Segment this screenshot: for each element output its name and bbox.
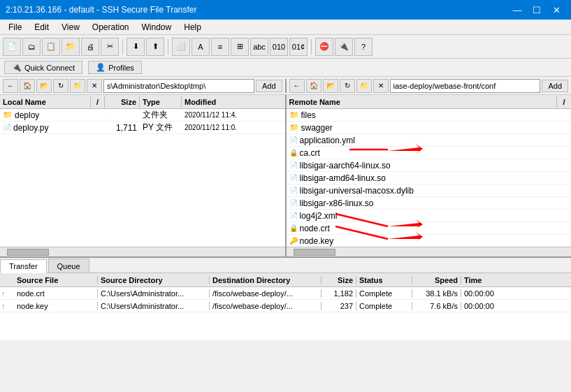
right-file-list: 📁files 📁swagger 📄application.yml 🔒ca.crt bbox=[287, 109, 572, 247]
tab-transfer[interactable]: Transfer bbox=[0, 259, 47, 273]
right-delete-btn[interactable]: ✕ bbox=[373, 79, 389, 93]
connect-icon: 🔌 bbox=[12, 63, 22, 72]
window-title: 2:10.21.36.166 - default - SSH Secure Fi… bbox=[6, 5, 196, 15]
table-row[interactable]: 📄libsigar-universal-macosx.dylib bbox=[287, 184, 572, 197]
toolbar-btn-7[interactable]: ⬇ bbox=[127, 38, 145, 56]
left-pane-header: Local Name / Size Type Modified bbox=[0, 95, 285, 109]
table-row[interactable]: 🔒node.crt bbox=[287, 222, 572, 235]
left-up-btn[interactable]: 📂 bbox=[36, 79, 52, 93]
col-size[interactable]: Size bbox=[321, 276, 356, 284]
local-name-header[interactable]: Local Name bbox=[0, 96, 91, 108]
menu-window[interactable]: Window bbox=[136, 21, 178, 34]
left-file-name-deploy: 📁deploy bbox=[0, 110, 91, 121]
col-speed[interactable]: Speed bbox=[412, 276, 461, 284]
local-slash-header[interactable]: / bbox=[91, 96, 105, 108]
toolbar-btn-8[interactable]: ⬆ bbox=[146, 38, 164, 56]
left-add-button[interactable]: Add bbox=[256, 80, 282, 92]
right-hscroll-thumb[interactable] bbox=[294, 249, 335, 256]
right-newdir-btn[interactable]: 📁 bbox=[356, 79, 372, 93]
remote-name-header[interactable]: Remote Name bbox=[287, 96, 558, 108]
table-row[interactable]: 📄application.yml bbox=[287, 134, 572, 147]
quick-connect-button[interactable]: 🔌 Quick Connect bbox=[4, 61, 82, 74]
table-row[interactable]: 📁deploy 文件夹 2020/11/12 11:4. bbox=[0, 109, 285, 122]
transfer-time-1: 00:00:00 bbox=[461, 289, 571, 298]
transfer-table-header: Source File Source Directory Destination… bbox=[0, 273, 571, 287]
table-row[interactable]: 🔑node.key bbox=[287, 235, 572, 247]
left-newdir-btn[interactable]: 📁 bbox=[70, 79, 85, 93]
table-row[interactable]: 📄deploy.py 1,711 PY 文件 2020/11/12 11:0. bbox=[0, 122, 285, 134]
folder-icon: 📁 bbox=[3, 110, 13, 119]
col-source-dir[interactable]: Source Directory bbox=[98, 276, 210, 284]
file-icon: 🔑 bbox=[289, 237, 298, 245]
left-back-btn[interactable]: ← bbox=[3, 79, 18, 93]
toolbar-btn-2[interactable]: 🗂 bbox=[22, 38, 41, 56]
minimize-button[interactable]: — bbox=[508, 3, 526, 17]
menu-view[interactable]: View bbox=[56, 21, 85, 34]
local-modified-header[interactable]: Modified bbox=[182, 96, 285, 108]
right-up-btn[interactable]: 📂 bbox=[323, 79, 338, 93]
table-row[interactable]: 📁files bbox=[287, 109, 572, 122]
right-hscroll[interactable] bbox=[287, 247, 572, 256]
toolbar-btn-5[interactable]: 🖨 bbox=[81, 38, 99, 56]
table-row[interactable]: 📁swagger bbox=[287, 122, 572, 134]
maximize-button[interactable]: ☐ bbox=[528, 3, 546, 17]
close-button[interactable]: ✕ bbox=[547, 3, 565, 17]
transfer-source-file-1: node.crt bbox=[14, 289, 98, 298]
table-row[interactable]: 📄log4j2.xml bbox=[287, 210, 572, 222]
file-icon: 🔒 bbox=[289, 224, 298, 232]
transfer-speed-1: 38.1 kB/s bbox=[412, 289, 461, 298]
local-size-header[interactable]: Size bbox=[105, 96, 140, 108]
toolbar-stop[interactable]: ⛔ bbox=[315, 38, 333, 56]
file-icon: 📄 bbox=[289, 187, 298, 194]
col-dest-dir[interactable]: Destination Directory bbox=[210, 276, 321, 284]
left-file-pane: Local Name / Size Type Modified 📁deploy … bbox=[0, 95, 287, 256]
remote-slash-header[interactable]: / bbox=[557, 96, 571, 108]
col-status[interactable]: Status bbox=[356, 276, 412, 284]
table-row[interactable]: 📄libsigar-amd64-linux.so bbox=[287, 172, 572, 184]
table-row[interactable]: 🔒ca.crt bbox=[287, 147, 572, 159]
left-hscroll-thumb[interactable] bbox=[7, 249, 49, 256]
toolbar-btn-4[interactable]: 📁 bbox=[62, 38, 80, 56]
transfer-table: Source File Source Directory Destination… bbox=[0, 273, 571, 340]
toolbar-btn-9[interactable]: ⬜ bbox=[172, 38, 190, 56]
left-home-btn[interactable]: 🏠 bbox=[20, 79, 35, 93]
menu-edit[interactable]: Edit bbox=[29, 21, 55, 34]
right-refresh-btn[interactable]: ↻ bbox=[340, 79, 355, 93]
transfer-row[interactable]: ↑ node.key C:\Users\Administrator... /fi… bbox=[0, 300, 571, 312]
right-back-btn[interactable]: ← bbox=[289, 79, 305, 93]
table-row[interactable]: 📄libsigar-x86-linux.so bbox=[287, 197, 572, 210]
profiles-button[interactable]: 👤 Profiles bbox=[88, 61, 142, 74]
col-source-file[interactable]: Source File bbox=[14, 276, 98, 284]
toolbar-btn-11[interactable]: ≡ bbox=[211, 38, 229, 56]
right-path-input[interactable] bbox=[390, 79, 541, 93]
left-refresh-btn[interactable]: ↻ bbox=[53, 79, 68, 93]
right-add-button[interactable]: Add bbox=[542, 80, 568, 92]
menu-file[interactable]: File bbox=[3, 21, 27, 34]
left-path-input[interactable] bbox=[103, 79, 254, 93]
right-home-btn[interactable]: 🏠 bbox=[306, 79, 321, 93]
toolbar-connect[interactable]: 🔌 bbox=[335, 38, 353, 56]
left-delete-btn[interactable]: ✕ bbox=[87, 79, 102, 93]
menu-help[interactable]: Help bbox=[178, 21, 207, 34]
toolbar-btn-12[interactable]: ⊞ bbox=[231, 38, 249, 56]
toolbar-btn-14[interactable]: 010 bbox=[270, 38, 288, 56]
file-icon: 📄 bbox=[3, 124, 11, 131]
transfer-source-file-2: node.key bbox=[14, 302, 98, 310]
toolbar-btn-1[interactable]: 📄 bbox=[3, 38, 21, 56]
transfer-status-2: Complete bbox=[356, 302, 412, 310]
left-file-name-deploypy: 📄deploy.py bbox=[0, 122, 91, 133]
toolbar-btn-15[interactable]: 01¢ bbox=[289, 38, 308, 56]
toolbar-btn-3[interactable]: 📋 bbox=[42, 38, 60, 56]
toolbar-btn-13[interactable]: abc bbox=[250, 38, 268, 56]
local-type-header[interactable]: Type bbox=[140, 96, 182, 108]
left-hscroll[interactable] bbox=[0, 247, 285, 256]
menu-operation[interactable]: Operation bbox=[87, 21, 135, 34]
col-time[interactable]: Time bbox=[461, 276, 571, 284]
tab-queue[interactable]: Queue bbox=[48, 259, 89, 273]
transfer-row[interactable]: ↑ node.crt C:\Users\Administrator... /fi… bbox=[0, 287, 571, 300]
toolbar-help[interactable]: ? bbox=[354, 38, 373, 56]
transfer-size-1: 1,182 bbox=[321, 289, 356, 298]
toolbar-btn-10[interactable]: A bbox=[191, 38, 210, 56]
table-row[interactable]: 📄libsigar-aarch64-linux.so bbox=[287, 159, 572, 172]
toolbar-btn-6[interactable]: ✂ bbox=[101, 38, 119, 56]
